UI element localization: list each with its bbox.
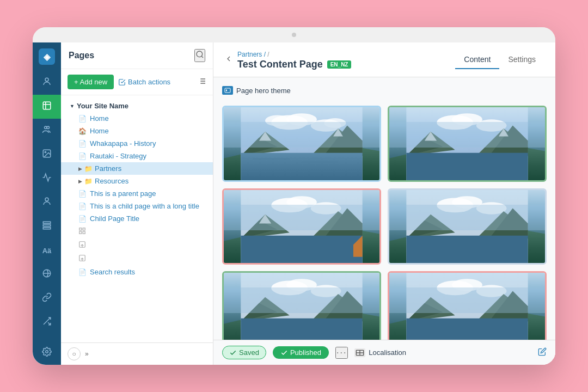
header-tabs: Content Settings [455, 51, 544, 69]
svg-rect-11 [43, 228, 51, 229]
svg-point-37 [265, 115, 290, 126]
sidebar-icons: ◈ [33, 42, 61, 365]
sidebar-item-team[interactable] [33, 119, 61, 143]
sidebar-item-images[interactable] [33, 143, 61, 167]
device-frame: ◈ [33, 27, 555, 365]
svg-point-51 [452, 113, 482, 125]
page-title-row: Test Content Page EN_NZ [237, 59, 351, 70]
sidebar-item-settings[interactable] [33, 341, 61, 365]
expand-arrow-icon: ▶ [78, 166, 82, 171]
upload-icon2 [78, 254, 86, 264]
pages-circle-button[interactable]: ○ [68, 347, 81, 360]
device-camera [292, 33, 296, 37]
back-button[interactable] [224, 54, 233, 65]
theme-card-3[interactable] [222, 188, 381, 265]
folder-icon: 📁 [84, 165, 93, 173]
svg-rect-10 [43, 225, 51, 226]
svg-rect-57 [406, 153, 528, 180]
more-actions-button[interactable]: ··· [335, 347, 348, 359]
tree-item-search-results[interactable]: 📄 Search results [61, 266, 213, 278]
theme-grid [222, 106, 547, 340]
theme-card-1[interactable] [222, 106, 381, 182]
pages-tree: ▼ Your Site Name 📄 Home 🏠 Home 📄 Whakapa… [61, 95, 213, 342]
users-icon [42, 197, 52, 209]
tree-item-home2[interactable]: 🏠 Home [61, 125, 213, 137]
section-label: Page hero theme [222, 86, 547, 95]
theme-card-5[interactable] [222, 271, 381, 340]
tree-item-partners[interactable]: ▶ 📁 Partners [61, 162, 213, 175]
svg-point-91 [452, 279, 482, 291]
theme-card-4[interactable] [388, 188, 547, 265]
svg-marker-87 [326, 291, 363, 322]
tree-item-rautaki[interactable]: 📄 Rautaki - Strategy [61, 150, 213, 162]
tab-settings[interactable]: Settings [499, 51, 544, 69]
bottom-status-bar: Saved Published ··· Localisation [213, 340, 555, 365]
section-label-icon [222, 86, 233, 95]
triangle-icon: ▼ [70, 103, 75, 109]
theme-card-6[interactable] [388, 271, 547, 340]
batch-actions-button[interactable]: Batch actions [118, 78, 170, 86]
sidebar-logo[interactable]: ◈ [33, 42, 61, 71]
search-button[interactable] [194, 49, 205, 62]
tab-content[interactable]: Content [455, 51, 499, 69]
main-content: Partners / Test Content Page EN_NZ Conte… [213, 42, 555, 365]
pages-bottom-bar: ○ » [61, 342, 213, 365]
tree-item-structure1[interactable] [61, 225, 213, 238]
content-icon [42, 220, 52, 232]
fjord-image-3 [224, 190, 379, 263]
tree-item-upload2[interactable] [61, 252, 213, 266]
svg-rect-68 [241, 236, 362, 263]
svg-rect-27 [83, 231, 85, 234]
svg-rect-9 [43, 222, 51, 223]
list-view-button[interactable] [198, 77, 206, 88]
settings-icon [42, 347, 52, 359]
svg-point-7 [45, 151, 46, 152]
tree-item-resources[interactable]: ▶ 📁 Resources [61, 175, 213, 187]
structure-icon [78, 227, 86, 236]
edit-action[interactable] [538, 347, 547, 358]
font-icon: Aä [42, 247, 52, 255]
sidebar-item-content[interactable] [33, 215, 61, 238]
svg-point-0 [45, 78, 48, 81]
pages-header: Pages [61, 42, 213, 69]
sidebar-item-font[interactable]: Aä [33, 238, 61, 262]
tree-item-child-page-title[interactable]: 📄 Child Page Title [61, 212, 213, 225]
svg-rect-44 [241, 153, 362, 180]
svg-marker-59 [499, 128, 509, 137]
expand-arrow-icon: ▶ [78, 179, 82, 184]
svg-point-16 [197, 51, 203, 57]
saved-status[interactable]: Saved [222, 346, 266, 359]
sidebar-item-links[interactable] [33, 286, 61, 310]
section-label-text: Page hero theme [236, 87, 291, 95]
sidebar-item-user[interactable] [33, 71, 61, 95]
sidebar-item-analytics[interactable] [33, 167, 61, 191]
upload-icon [78, 241, 86, 250]
sidebar-item-shuffle[interactable] [33, 310, 61, 334]
sidebar-item-users[interactable] [33, 191, 61, 215]
theme-card-2[interactable] [388, 106, 547, 182]
localisation-button[interactable]: Localisation [354, 348, 406, 357]
breadcrumb-link[interactable]: Partners / [237, 51, 270, 58]
sidebar-item-globe[interactable] [33, 262, 61, 286]
svg-marker-56 [492, 126, 528, 156]
analytics-icon [42, 173, 52, 185]
tree-item-child-page-long[interactable]: 📄 This is a child page with a long title [61, 200, 213, 212]
published-status[interactable]: Published [273, 346, 329, 359]
home-icon: 🏠 [78, 127, 87, 135]
device-top-bar [33, 27, 555, 42]
add-new-button[interactable]: + Add new [68, 75, 114, 89]
svg-rect-24 [79, 228, 82, 230]
svg-point-8 [45, 198, 48, 201]
batch-actions-label: Batch actions [128, 78, 170, 86]
fjord-image-4 [389, 190, 545, 263]
tree-item-whakapapa[interactable]: 📄 Whakapapa - History [61, 137, 213, 150]
svg-marker-96 [492, 291, 528, 322]
svg-rect-32 [225, 88, 230, 93]
tree-item-home1[interactable]: 📄 Home [61, 112, 213, 125]
svg-marker-69 [259, 215, 271, 224]
svg-point-83 [311, 285, 341, 297]
page-icon: 📄 [78, 140, 87, 148]
tree-item-parent-page[interactable]: 📄 This is a parent page [61, 187, 213, 200]
tree-item-upload1[interactable] [61, 238, 213, 252]
sidebar-item-pages[interactable] [33, 95, 61, 119]
